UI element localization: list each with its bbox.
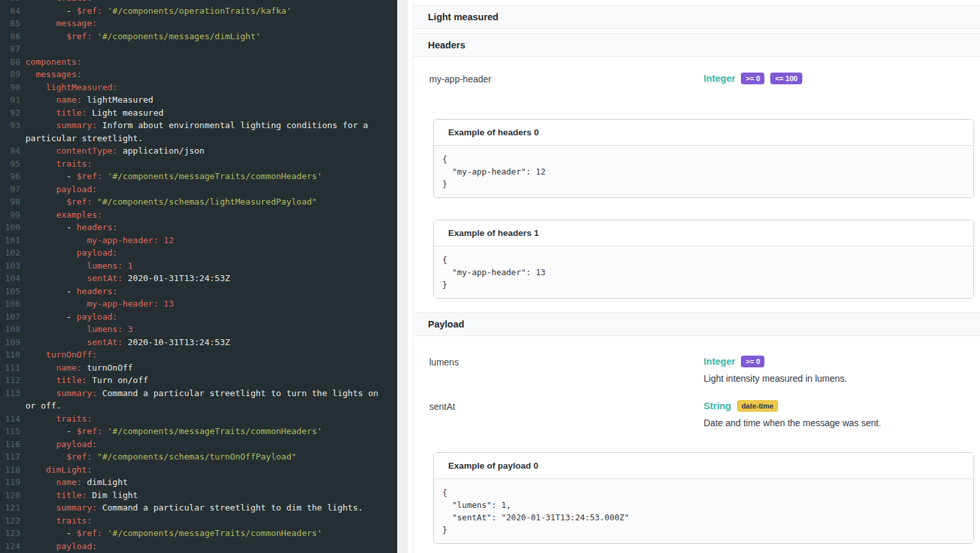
code-token: 1 xyxy=(123,261,133,271)
code-line[interactable]: 94 contentType: application/json xyxy=(0,144,397,158)
line-number: 104 xyxy=(0,272,20,285)
code-line[interactable]: 118 dimLight: xyxy=(0,463,397,477)
code-token: particular streetlight. xyxy=(25,133,143,143)
code-line[interactable]: 114 traits: xyxy=(0,412,397,426)
code-token: title: xyxy=(25,108,87,118)
line-number: 89 xyxy=(0,68,20,81)
studio-split-view: 83 traits:84 - $ref: '#/components/opera… xyxy=(0,0,980,553)
code-line[interactable]: 119 name: dimLight xyxy=(0,476,397,489)
code-line[interactable]: 112 title: Turn on/off xyxy=(0,374,397,387)
code-token: turnOnOff xyxy=(82,363,133,373)
code-line[interactable]: 108 lumens: 3 xyxy=(0,323,397,336)
code-text: traits: xyxy=(25,514,92,528)
code-token: dimLight xyxy=(82,477,127,487)
code-line[interactable]: 93 summary: Inform about environmental l… xyxy=(0,119,397,132)
code-line[interactable]: 87 xyxy=(0,42,397,56)
code-line[interactable]: 91 name: lightMeasured xyxy=(0,93,397,107)
code-line[interactable]: 97 payload: xyxy=(0,183,397,196)
property-description: Light intensity measured in lumens. xyxy=(704,373,980,384)
code-line[interactable]: 103 lumens: 1 xyxy=(0,260,397,273)
code-token: Light measured xyxy=(87,108,163,118)
code-line[interactable]: 122 traits: xyxy=(0,514,397,528)
line-number: 121 xyxy=(0,501,20,514)
code-line[interactable]: 98 $ref: "#/components/schemas/lightMeas… xyxy=(0,195,397,209)
pane-resizer[interactable] xyxy=(397,0,408,553)
code-line[interactable]: 110 turnOnOff: xyxy=(0,348,397,361)
code-line[interactable]: 96 - $ref: '#/components/messageTraits/c… xyxy=(0,170,397,183)
code-text: contentType: application/json xyxy=(25,144,204,158)
example-code-line: } xyxy=(442,178,965,190)
code-line[interactable]: 100 - headers: xyxy=(0,221,397,234)
code-token: components: xyxy=(25,57,82,67)
yaml-editor[interactable]: 83 traits:84 - $ref: '#/components/opera… xyxy=(0,0,397,553)
code-token: my-app-header: xyxy=(25,235,159,245)
code-token: title: xyxy=(25,375,87,385)
property-type: Integer xyxy=(704,73,735,84)
example-code: { "my-app-header": 12} xyxy=(434,146,973,197)
code-token: 12 xyxy=(159,235,174,245)
code-line[interactable]: 104 sentAt: 2020-01-31T13:24:53Z xyxy=(0,272,397,285)
code-line[interactable]: or off. xyxy=(0,399,397,412)
code-line[interactable]: 106 my-app-header: 13 xyxy=(0,297,397,310)
line-number: 84 xyxy=(0,5,20,18)
section-bar-headers: Headers xyxy=(414,33,980,57)
code-token: 2020-10-31T13:24:53Z xyxy=(123,337,230,347)
code-token: - xyxy=(25,312,76,322)
code-token: dimLight: xyxy=(25,465,92,475)
code-line[interactable]: 101 my-app-header: 12 xyxy=(0,234,397,247)
code-line[interactable]: 95 traits: xyxy=(0,158,397,171)
code-token: '#/components/messageTraits/commonHeader… xyxy=(107,528,322,538)
line-number: 88 xyxy=(0,56,20,69)
code-line[interactable]: 99 examples: xyxy=(0,209,397,222)
code-line[interactable]: 86 $ref: '#/components/messages/dimLight… xyxy=(0,30,397,43)
code-token: message: xyxy=(25,18,97,28)
code-line[interactable]: 123 - $ref: '#/components/messageTraits/… xyxy=(0,527,397,540)
code-text: $ref: "#/components/schemas/turnOnOffPay… xyxy=(25,450,297,463)
code-line[interactable]: 90 lightMeasured: xyxy=(0,81,397,94)
example-card: Example of payload 0{ "lumens": 1, "sent… xyxy=(433,452,974,544)
code-token: my-app-header: xyxy=(25,299,159,309)
code-token: turnOnOff: xyxy=(25,350,97,360)
code-token: 13 xyxy=(159,299,174,309)
payload-properties: lumensInteger>= 0Light intensity measure… xyxy=(414,356,980,428)
code-text: - $ref: '#/components/operationTraits/ka… xyxy=(25,5,291,18)
code-line[interactable]: 113 summary: Command a particular street… xyxy=(0,387,397,400)
code-line[interactable]: particular streetlight. xyxy=(0,132,397,145)
line-number: 90 xyxy=(0,81,20,94)
code-line[interactable]: 88components: xyxy=(0,56,397,69)
line-number: 102 xyxy=(0,246,20,260)
code-text: particular streetlight. xyxy=(25,132,143,145)
message-title-bar: Light measured xyxy=(414,5,980,29)
code-line[interactable]: 116 payload: xyxy=(0,438,397,451)
code-token: $ref: xyxy=(76,426,102,436)
code-line[interactable]: 117 $ref: "#/components/schemas/turnOnOf… xyxy=(0,450,397,463)
code-line[interactable]: 102 payload: xyxy=(0,246,397,260)
code-line[interactable]: 120 title: Dim light xyxy=(0,489,397,502)
code-line[interactable]: 115 - $ref: '#/components/messageTraits/… xyxy=(0,425,397,438)
code-line[interactable]: 109 sentAt: 2020-10-31T13:24:53Z xyxy=(0,336,397,349)
line-number: 95 xyxy=(0,158,20,171)
code-token: $ref: xyxy=(76,171,102,181)
code-line[interactable]: 111 name: turnOnOff xyxy=(0,361,397,375)
line-number: 87 xyxy=(0,42,20,56)
code-line[interactable]: 85 message: xyxy=(0,17,397,30)
example-card-title: Example of headers 0 xyxy=(434,120,973,146)
code-text: title: Dim light xyxy=(25,489,138,502)
example-code-line: } xyxy=(442,524,965,536)
constraint-badge: >= 0 xyxy=(741,73,764,84)
code-line[interactable]: 124 payload: xyxy=(0,540,397,553)
section-title-payload: Payload xyxy=(428,319,465,329)
code-line[interactable]: 121 summary: Command a particular street… xyxy=(0,501,397,514)
code-token: payload: xyxy=(25,439,97,449)
code-token: lumens: xyxy=(25,324,123,334)
code-line[interactable]: 105 - headers: xyxy=(0,285,397,298)
code-token: - xyxy=(25,426,76,436)
code-line[interactable]: 107 - payload: xyxy=(0,310,397,324)
example-card-title: Example of headers 1 xyxy=(434,220,973,246)
code-token xyxy=(92,197,97,207)
docs-panel[interactable]: Light measured Headers my-app-headerInte… xyxy=(413,0,980,553)
code-line[interactable]: 92 title: Light measured xyxy=(0,107,397,120)
code-token: $ref: xyxy=(67,452,92,461)
code-line[interactable]: 84 - $ref: '#/components/operationTraits… xyxy=(0,5,397,18)
code-line[interactable]: 89 messages: xyxy=(0,68,397,81)
